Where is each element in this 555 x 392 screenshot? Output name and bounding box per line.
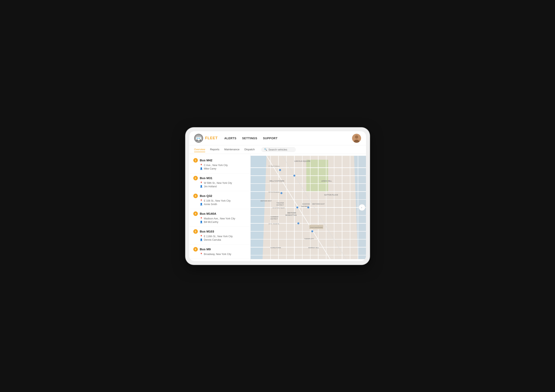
vehicle-item[interactable]: 1 Bus M42 📍 C Ave., New York City 👤 Mike… <box>189 156 250 174</box>
vehicle-driver-row: 👤 Jim Holland <box>200 185 246 188</box>
subnav-reports[interactable]: Reports <box>210 147 219 152</box>
driver-icon: 👤 <box>200 203 203 205</box>
svg-rect-5 <box>197 138 198 139</box>
search-icon: 🔍 <box>264 148 267 151</box>
vehicle-badge: 6 <box>193 247 198 252</box>
svg-text:Grand Central Terminal: Grand Central Terminal <box>310 226 322 228</box>
driver-icon: 👤 <box>200 167 203 170</box>
device-screen: FLEET ALERTS SETTINGS SUPPORT Overview R… <box>189 131 366 261</box>
svg-text:DISTRICT: DISTRICT <box>270 218 278 220</box>
header-nav: ALERTS SETTINGS SUPPORT <box>224 136 345 141</box>
vehicle-driver: Mike Carey <box>204 167 216 170</box>
svg-text:MURRAY HILL: MURRAY HILL <box>308 247 319 248</box>
brand-name: FLEET <box>205 136 218 140</box>
svg-text:MIDTOWN WEST: MIDTOWN WEST <box>260 200 272 202</box>
svg-point-3 <box>196 139 198 141</box>
svg-text:›: › <box>361 206 362 209</box>
nav-item-support[interactable]: SUPPORT <box>263 136 278 141</box>
location-icon: 📍 <box>200 181 203 184</box>
svg-text:57 Street Subway: 57 Street Subway <box>268 166 279 167</box>
svg-text:GARMENT: GARMENT <box>270 216 279 218</box>
device-frame: FLEET ALERTS SETTINGS SUPPORT Overview R… <box>186 128 370 265</box>
vehicle-item[interactable]: 5 Bus M103 📍 E 116th St., New York City … <box>189 227 250 245</box>
vehicle-location-row: 📍 E 106 St., New York City <box>200 199 246 202</box>
search-box: 🔍 <box>261 147 296 152</box>
svg-point-63 <box>280 192 282 194</box>
vehicle-item[interactable]: 3 Bus Q32 📍 E 106 St., New York City 👤 A… <box>189 191 250 209</box>
vehicle-driver-row: 👤 Mike Carey <box>200 167 246 170</box>
svg-point-4 <box>200 139 201 141</box>
vehicle-location: Broadway, New York City <box>204 253 231 256</box>
vehicle-name: Bus M140A <box>200 212 216 215</box>
vehicle-location: E 106 St., New York City <box>204 199 231 202</box>
vehicle-driver: Jim Holland <box>204 185 217 188</box>
svg-text:42 St-Times Square: 42 St-Times Square <box>272 207 285 209</box>
svg-text:SUTTON PLACE: SUTTON PLACE <box>324 194 338 196</box>
logo-area: FLEET <box>194 134 218 143</box>
subnav-overview[interactable]: Overview <box>194 147 205 152</box>
driver-icon: 👤 <box>200 185 203 188</box>
vehicle-name: Bus M31 <box>200 176 212 180</box>
svg-text:MIDTOWN EAST: MIDTOWN EAST <box>312 203 325 205</box>
vehicle-name: Bus M9 <box>200 247 211 251</box>
user-avatar[interactable] <box>352 134 361 143</box>
vehicle-location-row: 📍 W 59th St., New York City <box>200 181 246 184</box>
svg-point-67 <box>311 230 313 232</box>
vehicle-driver: Annie Smith <box>204 203 217 206</box>
svg-text:MANHATTAN: MANHATTAN <box>285 214 297 216</box>
nav-item-alerts[interactable]: ALERTS <box>224 136 236 141</box>
vehicle-list: 1 Bus M42 📍 C Ave., New York City 👤 Mike… <box>189 154 251 261</box>
vehicle-badge: 5 <box>193 229 198 234</box>
svg-point-62 <box>293 175 295 177</box>
map-svg: 57 Street Subway 50 St & Broadway 42 St-… <box>251 154 366 261</box>
svg-text:DISTRICT: DISTRICT <box>276 204 284 206</box>
map-area[interactable]: 57 Street Subway 50 St & Broadway 42 St-… <box>251 154 366 261</box>
svg-text:DIAMOND: DIAMOND <box>302 203 310 205</box>
location-icon: 📍 <box>200 217 203 220</box>
vehicle-badge: 3 <box>193 194 198 198</box>
vehicle-item[interactable]: 6 Bus M9 📍 Broadway, New York City <box>189 245 250 259</box>
vehicle-location-row: 📍 E 116th St., New York City <box>200 235 246 238</box>
vehicle-badge: 2 <box>193 176 198 180</box>
search-input[interactable] <box>268 148 293 151</box>
subnav: Overview Reports Maintenance Dispatch 🔍 <box>189 145 366 154</box>
location-icon: 📍 <box>200 164 203 167</box>
vehicle-item[interactable]: 2 Bus M31 📍 W 59th St., New York City 👤 … <box>189 174 250 191</box>
driver-icon: 👤 <box>200 239 203 241</box>
vehicle-location-row: 📍 Broadway, New York City <box>200 253 246 256</box>
svg-point-65 <box>307 206 309 208</box>
vehicle-location: W 59th St., New York City <box>204 181 232 184</box>
vehicle-driver: Dennis Carruba <box>204 239 221 241</box>
location-icon: 📍 <box>200 253 203 255</box>
vehicle-item[interactable]: 4 Bus M140A 📍 Madison Ave., New York Cit… <box>189 209 250 227</box>
vehicle-location: Madison Ave., New York City <box>204 217 235 220</box>
vehicle-driver-row: 👤 Dennis Carruba <box>200 239 246 241</box>
bus-icon <box>195 135 202 142</box>
vehicle-name: Bus M103 <box>200 230 214 233</box>
svg-text:LINCOLN SQUARE: LINCOLN SQUARE <box>294 160 310 162</box>
svg-text:50 St & Broadway: 50 St & Broadway <box>268 191 280 193</box>
subnav-maintenance[interactable]: Maintenance <box>224 147 239 152</box>
vehicle-badge: 4 <box>193 211 198 216</box>
vehicle-name: Bus M42 <box>200 159 212 162</box>
subnav-dispatch[interactable]: Dispatch <box>244 147 255 152</box>
svg-text:LENOX HILL: LENOX HILL <box>321 180 332 182</box>
location-icon: 📍 <box>200 199 203 202</box>
vehicle-driver-row: 👤 Annie Smith <box>200 203 246 206</box>
vehicle-badge: 1 <box>193 158 198 163</box>
driver-icon: 👤 <box>200 221 203 223</box>
svg-text:HELL'S KITCHEN: HELL'S KITCHEN <box>270 180 284 182</box>
vehicle-location-row: 📍 Madison Ave., New York City <box>200 217 246 220</box>
location-icon: 📍 <box>200 235 203 238</box>
svg-rect-2 <box>196 137 201 138</box>
svg-text:THEATER: THEATER <box>276 202 284 204</box>
avatar-icon <box>352 134 361 143</box>
nav-item-settings[interactable]: SETTINGS <box>242 136 257 141</box>
fleet-logo <box>194 134 203 143</box>
vehicle-location: C Ave., New York City <box>204 164 228 167</box>
svg-point-61 <box>279 169 281 171</box>
vehicle-driver: Bill McCarthy <box>204 221 219 224</box>
vehicle-driver-row: 👤 Bill McCarthy <box>200 221 246 224</box>
main-content: 1 Bus M42 📍 C Ave., New York City 👤 Mike… <box>189 154 366 261</box>
svg-point-8 <box>355 135 358 139</box>
